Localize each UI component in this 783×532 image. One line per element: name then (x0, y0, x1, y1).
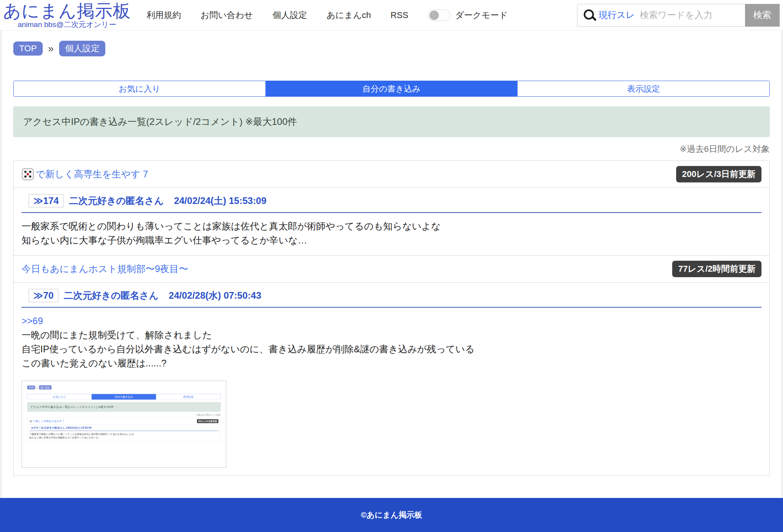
thumb-crumb: 個人設定 (39, 385, 52, 390)
thread-res-badge: 200レス/3日前更新 (676, 166, 761, 182)
comment-row: ≫70 二次元好きの匿名さん 24/02/28(水) 07:50:43 >>69… (14, 282, 769, 476)
thumb-breadcrumb: TOP » 個人設定 (27, 385, 220, 390)
comment-number-link[interactable]: ≫70 (29, 289, 58, 302)
attached-image-thumbnail[interactable]: TOP » 個人設定 お気に入り 自分の書き込み 表示設定 アクセス中IPの書き… (22, 381, 226, 468)
comment-line: 一般家系で呪術との関わりも薄いってことは家族は佐代と真太郎が術師やってるのも知ら… (22, 219, 761, 233)
search-scope-label[interactable]: 現行スレ (599, 9, 635, 21)
thumb-separator-icon: » (36, 386, 38, 389)
thumb-thread-title: で新しく高専生を生やす 7 (33, 419, 64, 423)
thread-row: 今日もあにまんホスト規制部〜9夜目〜 77レス/2時間前更新 (14, 255, 769, 282)
site-header: あにまん掲示板 animan bbs@二次元オンリー 利用規約 お問い合わせ 個… (0, 0, 783, 31)
thumb-note: ※過去6日間のレス対象 (27, 413, 220, 417)
breadcrumb-top[interactable]: TOP (13, 41, 43, 56)
comment-line: 自宅IP使っているから自分以外書き込むはずがないのに、書き込み履歴が削除&謎の書… (22, 342, 761, 356)
comment-divider (22, 307, 761, 308)
comment-line: 知らない内に大事な子供が殉職率エグい仕事やってるとか辛いな… (22, 233, 761, 247)
scope-note: ※過去6日間のレス対象 (13, 143, 770, 155)
thread-title-link[interactable]: 今日もあにまんホスト規制部〜9夜目〜 (22, 263, 188, 275)
dice-icon (22, 168, 34, 180)
comment-header: ≫174 二次元好きの匿名さん 24/02/24(土) 15:53:09 (29, 194, 761, 207)
comment-body: >>69 一晩の間にまた規制受けて、解除されました 自宅IP使っているから自分以… (22, 314, 761, 370)
comment-row: ≫174 二次元好きの匿名さん 24/02/24(土) 15:53:09 一般家… (14, 188, 769, 255)
thumb-comment-line: 一般家系で呪術との関わりも薄いってことは家族は佐代と真太郎が術師やってるのも知ら… (29, 432, 218, 436)
breadcrumb: TOP » 個人設定 (13, 41, 770, 56)
top-nav: 利用規約 お問い合わせ 個人設定 あにまんch RSS (146, 9, 408, 21)
thumbnail-content: TOP » 個人設定 お気に入り 自分の書き込み 表示設定 アクセス中IPの書き… (22, 381, 226, 467)
thumb-tab: 表示設定 (156, 394, 221, 400)
thread-res-badge: 77レス/2時間前更新 (672, 261, 761, 277)
breadcrumb-settings[interactable]: 個人設定 (59, 41, 105, 56)
site-logo[interactable]: あにまん掲示板 animan bbs@二次元オンリー (3, 2, 131, 28)
thumb-card: で新しく高専生を生やす 7 200レス/2日前更新 ≫174 二次元好きの匿名さ… (27, 418, 220, 442)
footer-copyright: ©あにまん掲示板 (361, 510, 422, 520)
nav-link-animanch[interactable]: あにまんch (327, 9, 371, 21)
site-footer: ©あにまん掲示板 (0, 498, 783, 532)
comment-number-link[interactable]: ≫174 (29, 194, 63, 207)
thumb-crumb: TOP (27, 386, 35, 390)
dark-mode-toggle[interactable] (428, 9, 451, 21)
search-button[interactable]: 検索 (745, 4, 779, 27)
dark-mode-label: ダークモード (455, 9, 508, 21)
comment-header: ≫70 二次元好きの匿名さん 24/02/28(水) 07:50:43 (29, 289, 761, 302)
thumb-tab: 自分の書き込み (92, 394, 156, 400)
tab-favorites[interactable]: お気に入り (14, 81, 265, 96)
thread-row: で新しく高専生を生やす 7 200レス/3日前更新 (14, 161, 769, 188)
comment-author: 二次元好きの匿名さん (69, 195, 164, 207)
search-input[interactable] (640, 10, 745, 20)
thumb-res-badge: 200レス/2日前更新 (197, 419, 218, 423)
thumb-tab-bar: お気に入り 自分の書き込み 表示設定 (27, 394, 220, 400)
thumb-tab: お気に入り (27, 394, 92, 400)
nav-link-terms[interactable]: 利用規約 (146, 9, 181, 21)
comment-body: 一般家系で呪術との関わりも薄いってことは家族は佐代と真太郎が術師やってるのも知ら… (22, 219, 761, 247)
reply-anchor-link[interactable]: >>69 (22, 316, 43, 326)
thumb-banner: アクセス中IPの書き込み一覧(1スレッド/1コメント) ※最大100件 (27, 402, 220, 412)
nav-link-settings[interactable]: 個人設定 (272, 9, 307, 21)
dark-mode-control: ダークモード (428, 9, 508, 21)
comment-line: 一晩の間にまた規制受けて、解除されました (22, 328, 761, 342)
comment-datetime: 24/02/28(水) 07:50:43 (169, 289, 261, 302)
page-main: TOP » 個人設定 お気に入り 自分の書き込み 表示設定 アクセス中IPの書き… (1, 31, 782, 498)
toggle-knob-icon (429, 11, 439, 20)
thread-title-text: で新しく高専生を生やす 7 (36, 168, 148, 180)
site-logo-title: あにまん掲示板 (3, 2, 131, 20)
breadcrumb-separator-icon: » (48, 43, 54, 55)
tab-display-settings[interactable]: 表示設定 (517, 81, 769, 96)
comment-line: この書いた覚えのない履歴は......? (22, 356, 761, 370)
settings-tab-bar: お気に入り 自分の書き込み 表示設定 (13, 81, 770, 97)
search-icon (584, 9, 594, 20)
ip-posts-banner: アクセス中IPの書き込み一覧(2スレッド/2コメント) ※最大100件 (13, 106, 770, 137)
tab-my-posts[interactable]: 自分の書き込み (265, 81, 518, 96)
thread-title-link[interactable]: で新しく高専生を生やす 7 (22, 168, 148, 180)
post-list-card: で新しく高専生を生やす 7 200レス/3日前更新 ≫174 二次元好きの匿名さ… (13, 161, 770, 476)
thumb-comment-header: ≫174 二次元好きの匿名さん 24/02/24(土) 15:53:09 (31, 426, 218, 430)
thumb-dice-icon (29, 420, 32, 422)
comment-datetime: 24/02/24(土) 15:53:09 (174, 195, 266, 207)
comment-divider (22, 212, 761, 213)
nav-link-contact[interactable]: お問い合わせ (200, 9, 253, 21)
site-logo-subtitle: animan bbs@二次元オンリー (18, 21, 116, 28)
thread-title-text: 今日もあにまんホスト規制部〜9夜目〜 (22, 263, 188, 275)
comment-author: 二次元好きの匿名さん (64, 289, 159, 302)
search-bar: 現行スレ 検索 (577, 4, 780, 27)
nav-link-rss[interactable]: RSS (391, 10, 408, 20)
thumb-comment-line: 知らない内に大事な子供が殉職率エグい仕事やってるとか辛いな… (29, 436, 218, 439)
